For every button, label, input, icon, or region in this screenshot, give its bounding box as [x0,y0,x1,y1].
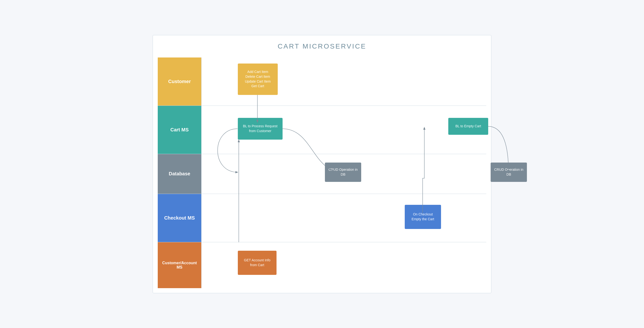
diagram-title: CART MICROSERVICE [158,42,486,50]
box-customer-actions: Add Cart ItemDelete Cart ItemUpdate Cart… [238,63,278,95]
box-bl-empty: BL to Empty Cart [448,118,488,135]
lane-accountms: Customer/Account MS GET Account Info fro… [158,242,486,288]
diagram-wrapper: CART MICROSERVICE Customer Add Cart Item… [153,35,491,293]
swim-diagram: Customer Add Cart ItemDelete Cart ItemUp… [158,57,486,288]
lane-label-database: Database [158,154,201,194]
lane-checkoutms: Checkout MS On Checkout Empty the Cart [158,194,486,242]
box-crud-db2: CRUD Operation in DB [490,163,527,182]
lane-content-customer: Add Cart ItemDelete Cart ItemUpdate Cart… [201,57,486,106]
lane-content-cartms: BL to Process Request from Customer BL t… [201,106,486,154]
lane-cartms: Cart MS BL to Process Request from Custo… [158,106,486,154]
lane-content-accountms: GET Account Info from Cart [201,242,486,288]
lane-label-checkoutms: Checkout MS [158,194,201,242]
lane-content-checkoutms: On Checkout Empty the Cart [201,194,486,242]
lane-content-database: CRUD Operation in DB CRUD Operation in D… [201,154,486,194]
box-bl-process: BL to Process Request from Customer [238,118,282,140]
lane-database: Database CRUD Operation in DB CRUD Opera… [158,154,486,194]
lane-customer: Customer Add Cart ItemDelete Cart ItemUp… [158,57,486,106]
box-crud-db1: CRUD Operation in DB [325,163,361,182]
box-get-account-info: GET Account Info from Cart [238,251,276,275]
lane-label-cartms: Cart MS [158,106,201,154]
lane-label-customer: Customer [158,57,201,106]
box-on-checkout: On Checkout Empty the Cart [405,205,441,229]
lane-label-accountms: Customer/Account MS [158,242,201,288]
